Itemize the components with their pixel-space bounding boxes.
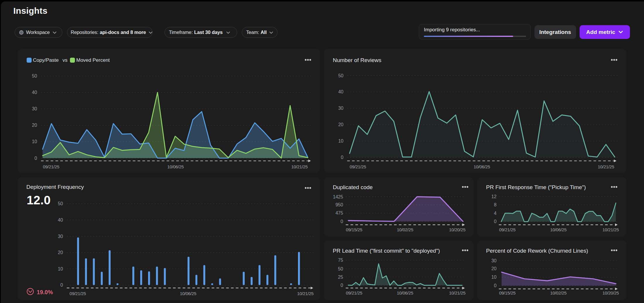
svg-text:10/06/25: 10/06/25 <box>550 227 566 232</box>
svg-text:40: 40 <box>338 89 344 94</box>
svg-text:10/21/25: 10/21/25 <box>598 164 614 169</box>
svg-text:40: 40 <box>58 218 63 222</box>
svg-text:0: 0 <box>60 283 63 287</box>
svg-text:30: 30 <box>491 258 497 263</box>
svg-text:30: 30 <box>338 106 344 111</box>
svg-text:09/21/25: 09/21/25 <box>350 164 366 169</box>
svg-text:25: 25 <box>338 275 343 280</box>
svg-text:09/21/25: 09/21/25 <box>346 290 362 295</box>
svg-text:0: 0 <box>494 219 496 224</box>
svg-text:75: 75 <box>338 258 343 263</box>
svg-text:4: 4 <box>494 211 496 216</box>
svg-text:30: 30 <box>32 106 37 111</box>
svg-text:20: 20 <box>491 266 497 271</box>
svg-text:09/21/25: 09/21/25 <box>70 291 86 296</box>
svg-text:1425: 1425 <box>333 194 343 199</box>
svg-text:09/21/25: 09/21/25 <box>43 164 59 169</box>
svg-text:10: 10 <box>58 266 63 271</box>
svg-text:50: 50 <box>58 201 63 206</box>
svg-text:0: 0 <box>340 219 343 224</box>
svg-text:09/15/25: 09/15/25 <box>346 227 362 232</box>
svg-text:10/21/25: 10/21/25 <box>602 227 619 232</box>
svg-text:10/06/25: 10/06/25 <box>180 291 196 296</box>
svg-text:10/02/25: 10/02/25 <box>550 290 566 295</box>
svg-text:0: 0 <box>340 283 343 288</box>
svg-text:50: 50 <box>32 73 37 78</box>
svg-text:10: 10 <box>338 138 344 143</box>
svg-text:20: 20 <box>32 123 37 128</box>
svg-text:10: 10 <box>491 275 497 280</box>
svg-text:09/21/25: 09/21/25 <box>499 227 515 232</box>
svg-text:8: 8 <box>494 202 496 207</box>
svg-text:10/06/25: 10/06/25 <box>167 164 184 169</box>
svg-text:50: 50 <box>338 266 343 271</box>
svg-text:10/06/25: 10/06/25 <box>474 164 490 169</box>
svg-text:475: 475 <box>335 210 343 215</box>
svg-text:0: 0 <box>494 283 496 288</box>
svg-text:10/02/25: 10/02/25 <box>397 227 413 232</box>
svg-text:950: 950 <box>335 202 343 207</box>
svg-text:10/06/25: 10/06/25 <box>397 290 413 295</box>
svg-text:20: 20 <box>58 250 63 255</box>
svg-text:10/21/25: 10/21/25 <box>297 291 314 296</box>
svg-text:10/21/25: 10/21/25 <box>291 164 308 169</box>
svg-text:40: 40 <box>32 90 37 95</box>
svg-text:0: 0 <box>341 155 343 160</box>
svg-text:10: 10 <box>32 139 37 144</box>
svg-text:50: 50 <box>338 73 344 78</box>
svg-text:10/20/25: 10/20/25 <box>602 290 619 295</box>
svg-text:20: 20 <box>338 122 344 127</box>
svg-text:10/20/25: 10/20/25 <box>449 227 465 232</box>
svg-text:12: 12 <box>491 194 497 199</box>
svg-text:09/15/25: 09/15/25 <box>499 290 515 295</box>
svg-text:10/21/25: 10/21/25 <box>449 290 465 295</box>
svg-text:0: 0 <box>35 156 37 161</box>
svg-text:30: 30 <box>58 234 63 239</box>
